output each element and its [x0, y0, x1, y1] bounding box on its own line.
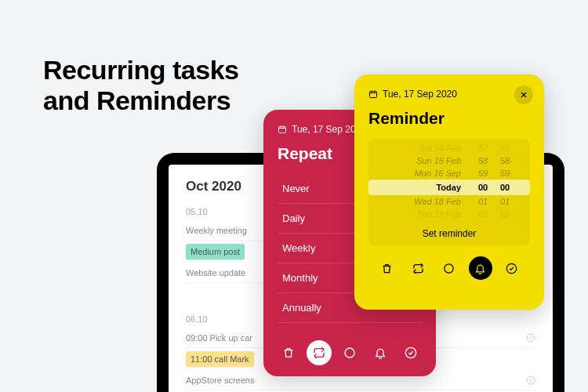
bell-icon[interactable]	[368, 340, 393, 365]
check-circle-icon	[526, 333, 535, 343]
headline-line1: Recurring tasks	[43, 55, 239, 85]
picker-row[interactable]: Mon 16 Sep5959	[368, 167, 530, 180]
picker-min: 01	[494, 197, 516, 206]
calendar-icon	[278, 125, 287, 134]
svg-point-6	[445, 263, 453, 272]
picker-min: 58	[494, 156, 516, 165]
reminder-actions	[368, 245, 530, 280]
picker-day: Sat 14 Feb	[383, 143, 472, 153]
picker-hour: 57	[472, 143, 494, 153]
svg-rect-2	[279, 127, 286, 133]
picker-row[interactable]: Sun 15 Feb5858	[368, 154, 530, 167]
picker-row[interactable]: Thu 19 Feb0202	[368, 208, 530, 220]
reminder-picker[interactable]: Sat 14 Feb5758 Sun 15 Feb5858 Mon 16 Sep…	[368, 139, 530, 245]
picker-min: 59	[494, 169, 516, 178]
trash-icon[interactable]	[276, 340, 301, 365]
bell-icon[interactable]	[469, 256, 492, 280]
task-text: AppStore screens	[186, 376, 254, 385]
picker-min: 58	[494, 143, 516, 153]
picker-min: 00	[494, 183, 516, 192]
picker-day: Mon 16 Sep	[383, 169, 472, 178]
headline: Recurring tasks and Reminders	[43, 55, 239, 116]
picker-hour: 00	[472, 183, 494, 192]
task-row[interactable]: Medium post	[186, 244, 245, 260]
svg-point-7	[506, 263, 517, 274]
picker-hour: 02	[472, 209, 494, 219]
reminder-title: Reminder	[368, 109, 530, 128]
headline-line2: and Reminders	[43, 85, 230, 115]
check-circle-icon	[526, 376, 535, 385]
repeat-icon[interactable]	[406, 256, 430, 280]
picker-day: Sun 15 Feb	[383, 156, 472, 165]
repeat-actions	[263, 340, 436, 365]
svg-point-4	[406, 347, 416, 358]
picker-row[interactable]: Wed 18 Feb0101	[368, 195, 530, 208]
circle-icon[interactable]	[337, 340, 362, 365]
picker-row[interactable]: Sat 14 Feb5758	[368, 142, 530, 154]
panel-date: Tue, 17 Sep 2020	[368, 89, 530, 100]
repeat-icon[interactable]	[307, 340, 332, 365]
picker-hour: 58	[472, 156, 494, 165]
svg-point-1	[527, 376, 535, 384]
panel-date-text: Tue, 17 Sep 2020	[383, 89, 457, 100]
picker-row-selected[interactable]: Today0000	[368, 180, 530, 195]
task-row[interactable]: 11:00 call Mark	[186, 351, 254, 368]
task-text: 09:00 Pick up car	[186, 333, 252, 343]
calendar-icon	[368, 89, 378, 99]
task-text: Website update	[186, 268, 245, 278]
trash-icon[interactable]	[376, 256, 399, 280]
reminder-panel: Tue, 17 Sep 2020 Reminder Sat 14 Feb5758…	[354, 74, 544, 310]
check-circle-icon[interactable]	[499, 256, 523, 280]
circle-icon[interactable]	[437, 256, 461, 280]
svg-point-3	[345, 348, 354, 358]
picker-min: 02	[494, 209, 516, 219]
picker-day: Wed 18 Feb	[383, 197, 472, 206]
svg-point-0	[527, 334, 535, 342]
set-reminder-button[interactable]: Set reminder	[368, 220, 530, 242]
picker-day: Today	[383, 183, 472, 192]
picker-hour: 01	[472, 197, 494, 206]
picker-day: Thu 19 Feb	[383, 209, 472, 219]
task-text: Weekly meeting	[186, 226, 247, 235]
svg-rect-5	[370, 92, 377, 98]
check-circle-icon[interactable]	[398, 340, 423, 365]
picker-hour: 59	[472, 169, 494, 178]
